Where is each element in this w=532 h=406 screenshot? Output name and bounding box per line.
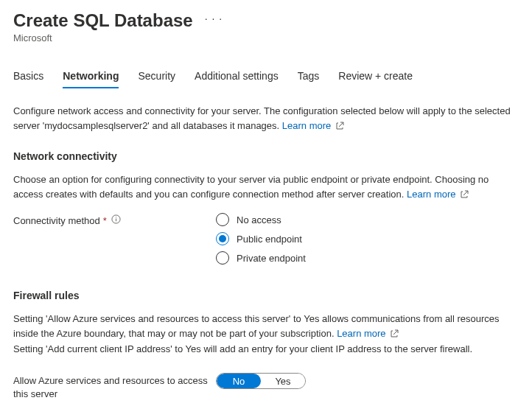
tab-additional-settings[interactable]: Additional settings xyxy=(195,66,279,88)
tabs-bar: Basics Networking Security Additional se… xyxy=(13,66,519,88)
section-heading-firewall: Firewall rules xyxy=(13,290,519,301)
firewall-desc: Setting 'Allow Azure services and resour… xyxy=(13,312,519,357)
firewall-desc-line1: Setting 'Allow Azure services and resour… xyxy=(13,313,500,339)
connectivity-method-options: No access Public endpoint Private endpoi… xyxy=(216,213,519,270)
connectivity-desc: Choose an option for configuring connect… xyxy=(13,172,519,203)
radio-icon xyxy=(216,213,229,226)
info-icon[interactable] xyxy=(111,214,121,224)
networking-intro-text: Configure network access and connectivit… xyxy=(13,105,511,131)
field-connectivity-method: Connectivity method * No access Public e… xyxy=(13,213,519,270)
section-heading-connectivity: Network connectivity xyxy=(13,150,519,162)
tab-networking[interactable]: Networking xyxy=(63,66,119,88)
radio-icon xyxy=(216,251,229,265)
radio-no-access[interactable]: No access xyxy=(216,213,519,226)
radio-label: No access xyxy=(237,214,281,225)
radio-icon-selected xyxy=(216,232,229,245)
more-actions-button[interactable]: · · · xyxy=(205,13,223,29)
connectivity-learn-more-link[interactable]: Learn more xyxy=(407,189,469,200)
external-link-icon xyxy=(335,120,344,135)
field-allow-azure: Allow Azure services and resources to ac… xyxy=(13,373,519,407)
radio-private-endpoint[interactable]: Private endpoint xyxy=(216,251,519,265)
toggle-option-yes[interactable]: Yes xyxy=(261,374,305,388)
external-link-icon xyxy=(460,189,469,203)
tab-review-create[interactable]: Review + create xyxy=(338,66,413,88)
required-indicator: * xyxy=(103,214,107,228)
firewall-learn-more-link[interactable]: Learn more xyxy=(337,328,399,339)
svg-point-1 xyxy=(116,217,116,217)
firewall-desc-line2: Setting 'Add current client IP address' … xyxy=(13,343,472,354)
networking-intro: Configure network access and connectivit… xyxy=(13,104,519,134)
tab-tags[interactable]: Tags xyxy=(298,66,320,88)
tab-security[interactable]: Security xyxy=(138,66,175,88)
radio-public-endpoint[interactable]: Public endpoint xyxy=(216,232,519,245)
networking-intro-learn-more-link[interactable]: Learn more xyxy=(282,120,344,131)
allow-azure-label: Allow Azure services and resources to ac… xyxy=(13,373,216,407)
tab-basics[interactable]: Basics xyxy=(13,66,43,88)
publisher-label: Microsoft xyxy=(13,32,519,43)
toggle-option-no[interactable]: No xyxy=(217,374,261,388)
radio-label: Public endpoint xyxy=(237,234,302,245)
radio-label: Private endpoint xyxy=(237,253,306,264)
toggle-allow-azure[interactable]: No Yes xyxy=(216,373,306,389)
page-title: Create SQL Database xyxy=(13,10,193,31)
connectivity-method-label: Connectivity method * xyxy=(13,213,216,228)
external-link-icon xyxy=(390,328,399,343)
